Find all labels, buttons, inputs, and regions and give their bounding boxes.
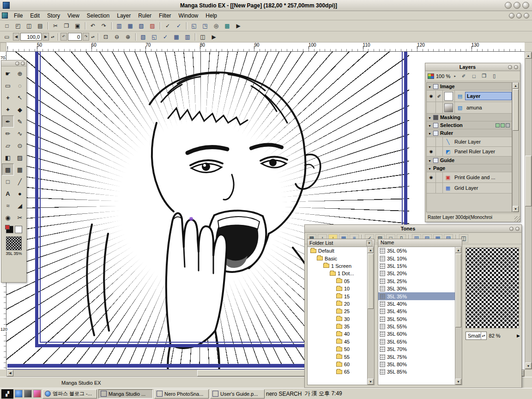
undo-button[interactable] (88, 21, 98, 30)
child-close-button[interactable] (524, 13, 529, 18)
panel-open-button[interactable] (200, 21, 210, 30)
collapse-icon[interactable] (428, 84, 431, 89)
tone-list-item[interactable]: 35L 65% (378, 338, 455, 345)
layer-row-grid-layer[interactable]: Grid Layer (427, 183, 512, 193)
opacity-spinner[interactable]: ▸ (452, 75, 458, 78)
draw-target-icon[interactable] (436, 91, 443, 102)
rotate-cw-button[interactable]: ↷ (83, 33, 89, 41)
fit-page-button[interactable] (101, 32, 111, 42)
draw-target-cell[interactable] (436, 102, 443, 113)
new-page-button[interactable] (2, 21, 12, 30)
tone-list-item[interactable]: 35L 45% (378, 308, 455, 315)
tool-zoom[interactable] (14, 67, 26, 79)
folder-tree-item[interactable]: 60 (308, 361, 367, 368)
maximize-button[interactable] (514, 2, 520, 9)
tone-list-item[interactable]: 35L 70% (378, 345, 455, 353)
draw-target-cell[interactable] (436, 137, 443, 146)
select-mode-b-button[interactable] (149, 32, 159, 42)
collapse-icon[interactable] (428, 122, 431, 128)
layer-row-panel-ruler[interactable]: Panel Ruler Layer (427, 147, 512, 157)
tool-brush[interactable] (14, 127, 26, 139)
tool-airbrush[interactable] (14, 139, 26, 151)
close-button[interactable] (522, 2, 529, 9)
tool-shape[interactable] (2, 175, 14, 187)
folder-scroll-thumb[interactable] (368, 254, 374, 309)
menu-window[interactable]: Window (175, 12, 202, 20)
layer-row-print-guide[interactable]: Print Guide and ... (427, 172, 512, 183)
tool-ruler[interactable] (14, 200, 26, 212)
taskbar-app-users-guide[interactable]: User's Guide.p... (210, 389, 265, 399)
toolbox-collapse-button[interactable] (15, 61, 19, 66)
workspace-layout-button[interactable] (198, 32, 208, 42)
folder-tree-item[interactable]: Basic (308, 254, 367, 262)
menu-filter[interactable]: Filter (155, 12, 175, 20)
delete-layer-button[interactable] (490, 73, 498, 80)
collapse-icon[interactable] (428, 157, 431, 163)
tone-list-item[interactable]: 35L 80% (378, 361, 455, 368)
new-layer-button[interactable] (470, 73, 478, 80)
tool-marker[interactable] (2, 127, 14, 139)
zoom-out-button[interactable] (112, 32, 122, 42)
toolbar-more-button[interactable] (233, 21, 243, 30)
tool-eyedropper[interactable] (2, 212, 14, 224)
quicklaunch-app-icon[interactable] (33, 390, 41, 398)
layers-scroll-thumb[interactable] (513, 89, 519, 131)
visibility-cell[interactable] (427, 102, 436, 113)
menu-view[interactable]: View (64, 12, 83, 20)
tool-line[interactable] (14, 175, 26, 187)
ime-hanja-indicator[interactable]: 漢 (312, 390, 317, 397)
snap-grid-button[interactable] (171, 32, 181, 42)
tool-pen[interactable] (2, 115, 14, 127)
tone-list-item[interactable]: 35L 25% (378, 278, 455, 285)
layer-group-page[interactable]: Page (427, 164, 512, 172)
draw-target-cell[interactable] (436, 183, 443, 193)
page-list-button[interactable] (125, 21, 135, 30)
duplicate-layer-button[interactable] (480, 73, 488, 80)
story-new-button[interactable] (147, 21, 157, 30)
preview-more-button[interactable]: ▶ (517, 333, 520, 338)
tones-close-button[interactable] (515, 227, 520, 231)
tone-list-item[interactable]: 35L 60% (378, 330, 455, 338)
folder-tree-item[interactable]: 65 (308, 368, 367, 375)
folder-list-close-button[interactable] (366, 240, 372, 246)
folder-tree-item[interactable]: 30 (308, 315, 367, 323)
toolbar2-more-button[interactable] (209, 32, 219, 42)
child-restore-button[interactable] (516, 13, 522, 18)
layer-name[interactable]: Ruler Layer (453, 138, 512, 145)
visibility-cell[interactable] (427, 183, 436, 193)
zoom-value-field[interactable]: 100,0 (20, 33, 42, 41)
open-button[interactable] (13, 21, 23, 30)
layer-row-layer[interactable]: Layer (427, 91, 512, 102)
folder-tree-item[interactable]: 15 (308, 292, 367, 300)
current-tone-preview[interactable] (6, 236, 22, 250)
taskbar-app-empas[interactable]: 엠파스 블로그 -... (42, 389, 97, 399)
ime-korean-indicator[interactable]: 가 (304, 390, 310, 397)
tool-curve[interactable] (2, 200, 14, 212)
tool-fill[interactable] (2, 151, 14, 163)
tool-text[interactable] (2, 187, 14, 200)
foreground-color-swatch[interactable] (6, 226, 13, 233)
tones-collapse-button[interactable] (509, 227, 514, 231)
cut-button[interactable] (50, 21, 60, 30)
story-editor-button[interactable] (114, 21, 124, 30)
rotation-spinner[interactable]: ▴▾ (90, 36, 96, 38)
selection-option-icon[interactable] (496, 123, 500, 127)
print-button[interactable] (35, 21, 45, 30)
snap-ruler-button[interactable] (182, 32, 193, 42)
tool-scissors[interactable] (14, 212, 26, 224)
scroll-left-button[interactable]: ◀ (7, 370, 13, 376)
tool-ink[interactable] (14, 187, 26, 200)
layer-name[interactable]: Layer (465, 92, 512, 100)
tone-list-item[interactable]: 35L 05% (378, 247, 455, 254)
redo-button[interactable] (99, 21, 109, 30)
start-button[interactable]: ▞ (1, 389, 13, 399)
layers-close-button[interactable] (514, 65, 518, 69)
layer-group-selection[interactable]: Selection (427, 121, 512, 129)
folder-scrollbar[interactable]: ▲ ▼ (367, 247, 374, 385)
layers-scrollbar[interactable]: ▲ ▼ (512, 82, 519, 212)
layer-name[interactable]: Grid Layer (453, 184, 512, 192)
background-color-swatch[interactable] (15, 226, 22, 233)
tone-list-item[interactable]: 35L 75% (378, 353, 455, 360)
scroll-up-button[interactable]: ▲ (513, 83, 519, 89)
tool-shape-select[interactable] (14, 103, 26, 115)
